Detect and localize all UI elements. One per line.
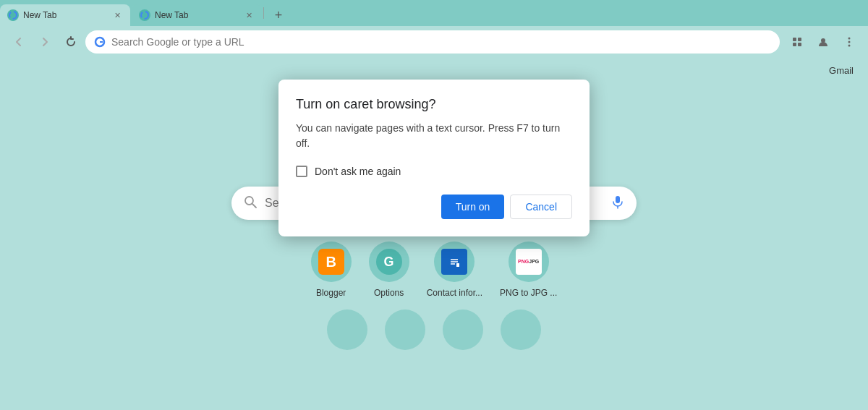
forward-button[interactable] <box>33 30 56 54</box>
tab-active[interactable]: New Tab ✕ <box>0 4 130 26</box>
extensions-button[interactable] <box>786 30 809 54</box>
tab-bar: New Tab ✕ New Tab ✕ + <box>0 0 868 26</box>
svg-rect-5 <box>793 43 796 46</box>
svg-point-0 <box>9 12 17 19</box>
svg-point-9 <box>848 41 851 43</box>
tab-favicon-2 <box>139 9 150 21</box>
svg-point-1 <box>141 12 148 19</box>
dialog-checkbox-row: Don't ask me again <box>296 166 572 177</box>
dialog-buttons: Turn on Cancel <box>296 195 572 219</box>
dialog-description: You can navigate pages with a text curso… <box>296 121 572 151</box>
toolbar-right <box>786 30 861 54</box>
google-g-icon <box>94 36 106 48</box>
svg-rect-6 <box>798 43 801 46</box>
toolbar <box>0 26 868 58</box>
tab-close-1[interactable]: ✕ <box>111 9 123 21</box>
tab-title-1: New Tab <box>23 10 107 20</box>
content-area: Gmail Google B Blogger G <box>0 58 868 410</box>
browser-frame: New Tab ✕ New Tab ✕ + <box>0 0 868 410</box>
reload-button[interactable] <box>59 30 82 54</box>
svg-point-10 <box>848 45 851 47</box>
new-tab-button[interactable]: + <box>268 6 289 25</box>
svg-point-8 <box>848 38 851 40</box>
svg-rect-3 <box>793 38 796 41</box>
profile-button[interactable] <box>812 30 835 54</box>
svg-rect-4 <box>798 38 801 41</box>
dialog-title: Turn on caret browsing? <box>296 97 572 112</box>
dont-ask-checkbox[interactable] <box>296 166 307 177</box>
dont-ask-label[interactable]: Don't ask me again <box>315 166 401 177</box>
tab-title-2: New Tab <box>155 10 239 20</box>
modal-overlay: Turn on caret browsing? You can navigate… <box>0 58 868 410</box>
cancel-button[interactable]: Cancel <box>510 195 572 219</box>
tab-close-2[interactable]: ✕ <box>243 9 255 21</box>
address-input[interactable] <box>111 36 771 48</box>
turn-on-button[interactable]: Turn on <box>441 195 505 219</box>
caret-browsing-dialog: Turn on caret browsing? You can navigate… <box>278 80 590 236</box>
tab-separator <box>263 7 264 19</box>
tab-inactive[interactable]: New Tab ✕ <box>132 4 262 26</box>
tab-favicon-1 <box>7 9 19 21</box>
menu-button[interactable] <box>838 30 861 54</box>
address-bar[interactable] <box>85 30 780 54</box>
back-button[interactable] <box>7 30 30 54</box>
